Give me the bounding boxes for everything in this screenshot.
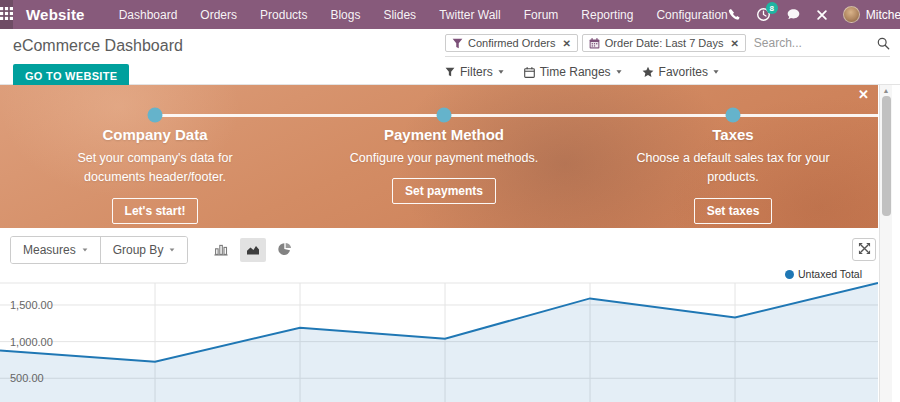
menu-item-blogs[interactable]: Blogs [330,8,360,22]
systray: 8 Mitchell Admin [728,6,900,23]
voip-phone-icon[interactable] [728,8,741,21]
filter-icon [445,67,455,77]
top-navbar: Website Dashboard Orders Products Blogs … [0,0,900,29]
step-description: Configure your payment methods. [324,149,564,168]
pie-chart-icon [278,242,292,259]
menu-item-dashboard[interactable]: Dashboard [119,8,178,22]
step-title: Company Data [50,126,260,143]
chart-controls: Measures Group By [10,236,298,264]
search-facet-confirmed-orders[interactable]: Confirmed Orders ✕ [445,34,578,52]
messages-chat-icon[interactable] [786,8,801,22]
scroll-up-arrow-icon[interactable]: ▲ [880,87,892,94]
area-chart-icon [246,242,260,259]
lets-start-button[interactable]: Let's start! [112,198,199,224]
set-taxes-button[interactable]: Set taxes [694,198,773,224]
calendar-icon [524,67,535,78]
dashboard-chart-card: Measures Group By [0,228,878,402]
chart-type-switcher [208,238,298,262]
step-description: Set your company's data for documents he… [50,149,260,188]
bar-chart-icon [214,242,228,259]
group-by-label: Group By [113,243,164,257]
search-icon[interactable] [877,37,890,50]
set-payments-button[interactable]: Set payments [392,178,496,204]
apps-grid-icon [0,6,13,24]
activity-count-badge: 8 [766,2,778,14]
time-ranges-dropdown[interactable]: Time Ranges [524,65,622,79]
step-description: Choose a default sales tax for your prod… [620,149,846,188]
menu-item-products[interactable]: Products [260,8,307,22]
measures-label: Measures [23,243,76,257]
menu-item-twitter-wall[interactable]: Twitter Wall [439,8,501,22]
step-title: Payment Method [324,126,564,143]
vertical-scrollbar[interactable]: ▲ [879,85,892,402]
page-title: eCommerce Dashboard [13,37,433,55]
svg-text:500.00: 500.00 [10,372,44,384]
untaxed-total-area-chart[interactable]: 500.001,000.001,500.00 [0,270,878,402]
filters-label: Filters [460,65,493,79]
facet-label: Confirmed Orders [468,37,555,49]
search-facet-order-date[interactable]: Order Date: Last 7 Days ✕ [582,34,746,52]
menu-item-orders[interactable]: Orders [200,8,237,22]
onboarding-step-payment-method: Payment Method Configure your payment me… [324,126,564,204]
user-avatar [843,6,860,23]
measures-button[interactable]: Measures [11,237,100,263]
arrows-expand-icon [858,242,871,258]
svg-text:1,500.00: 1,500.00 [10,299,53,311]
search-options: Filters Time Ranges Favorites [445,65,900,79]
onboarding-progress-line [155,114,878,117]
pivot-button-group: Measures Group By [10,236,188,264]
svg-text:1,000.00: 1,000.00 [10,336,53,348]
facet-label: Order Date: Last 7 Days [605,37,724,49]
calendar-icon [589,38,600,49]
chevron-down-icon [170,248,175,251]
chevron-down-icon [498,70,503,73]
banner-close-icon[interactable]: ✕ [858,88,869,101]
user-menu[interactable]: Mitchell Admin [843,6,900,23]
onboarding-banner: Company Data Set your company's data for… [0,85,878,228]
app-brand[interactable]: Website [26,6,85,23]
bar-chart-button[interactable] [208,238,234,262]
activities-clock-icon[interactable]: 8 [756,7,771,22]
filters-dropdown[interactable]: Filters [445,65,504,79]
onboarding-step-company-data: Company Data Set your company's data for… [50,126,260,224]
menu-item-reporting[interactable]: Reporting [581,8,633,22]
group-by-button[interactable]: Group By [100,237,188,263]
filter-icon [452,38,463,49]
control-panel-left: eCommerce Dashboard GO TO WEBSITE [0,29,445,84]
pie-chart-button[interactable] [272,238,298,262]
expand-fullscreen-button[interactable] [852,238,876,261]
onboarding-step-taxes: Taxes Choose a default sales tax for you… [620,126,846,224]
user-name: Mitchell Admin [866,8,900,22]
favorites-label: Favorites [659,65,708,79]
ecommerce-dashboard-page: Website Dashboard Orders Products Blogs … [0,0,900,402]
apps-menu-button[interactable] [0,0,13,29]
facet-remove-icon[interactable]: ✕ [562,38,570,49]
onboarding-dot-payment-method[interactable] [437,108,452,123]
chevron-down-icon [82,248,87,251]
step-title: Taxes [620,126,846,143]
control-panel-right: Confirmed Orders ✕ Order Date: Last 7 Da… [445,29,900,84]
star-icon [642,66,654,78]
menu-item-slides[interactable]: Slides [383,8,416,22]
menu-item-forum[interactable]: Forum [524,8,559,22]
line-area-chart-button[interactable] [240,238,266,262]
search-bar: Confirmed Orders ✕ Order Date: Last 7 Da… [445,34,890,57]
time-ranges-label: Time Ranges [540,65,611,79]
onboarding-dot-company-data[interactable] [148,108,163,123]
favorites-dropdown[interactable]: Favorites [642,65,719,79]
chevron-down-icon [713,70,718,73]
onboarding-dot-taxes[interactable] [726,108,741,123]
main-menu: Dashboard Orders Products Blogs Slides T… [119,8,728,22]
menu-item-configuration[interactable]: Configuration [656,8,727,22]
scrollbar-thumb[interactable] [882,96,891,216]
facet-remove-icon[interactable]: ✕ [730,38,738,49]
chevron-down-icon [616,70,621,73]
close-x-icon[interactable] [816,9,828,21]
search-input[interactable] [754,36,873,50]
control-panel: eCommerce Dashboard GO TO WEBSITE Confir… [0,29,900,85]
